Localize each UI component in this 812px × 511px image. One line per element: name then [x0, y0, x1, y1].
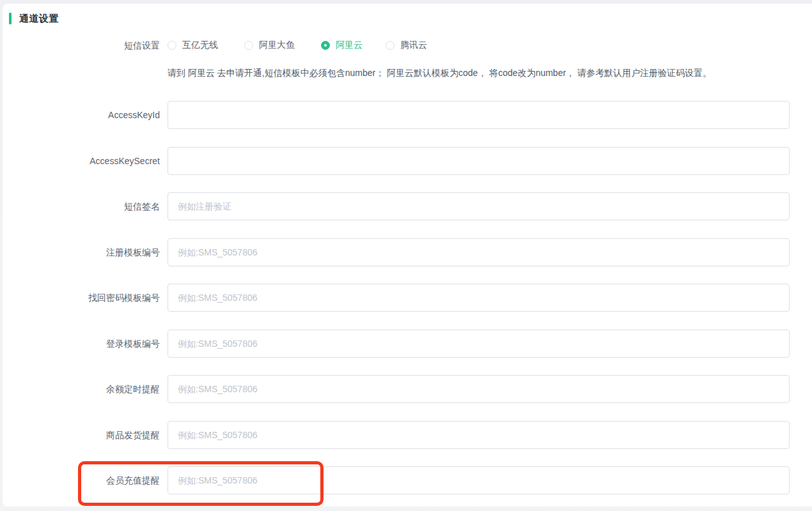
radio-tencent-cloud[interactable]: 腾讯云: [386, 40, 427, 51]
field-row-accesskeysecret: AccessKeySecret: [3, 147, 812, 175]
field-row-sms-signature: 短信签名: [3, 192, 812, 220]
login-template-input[interactable]: [168, 330, 790, 358]
field-row-member-recharge-reminder: 会员充值提醒: [3, 466, 812, 494]
register-template-input[interactable]: [168, 238, 790, 266]
radio-ali-dayu[interactable]: 阿里大鱼: [244, 40, 295, 51]
field-row-login-template: 登录模板编号: [3, 330, 812, 358]
sms-provider-label: 短信设置: [3, 31, 160, 59]
field-row-balance-reminder: 余额定时提醒: [3, 375, 812, 403]
radio-aliyun[interactable]: 阿里云: [321, 40, 363, 51]
accesskeyid-input[interactable]: [168, 101, 790, 129]
field-row-accesskeyid: AccessKeyId: [3, 101, 812, 129]
radio-huyi-wuxian[interactable]: 互亿无线: [168, 40, 218, 51]
sms-provider-radio-group: 互亿无线 阿里大鱼 阿里云 腾讯云: [168, 31, 427, 59]
radio-circle-icon[interactable]: [386, 41, 394, 50]
settings-card: 通道设置 短信设置 互亿无线 阿里大鱼 阿里云 腾讯云 请到 阿里云 去申请开通…: [3, 4, 812, 507]
field-row-register-template: 注册模板编号: [3, 238, 812, 266]
radio-circle-icon[interactable]: [244, 41, 253, 50]
field-row-shipping-reminder: 商品发货提醒: [3, 421, 812, 449]
balance-reminder-input[interactable]: [168, 375, 790, 403]
radio-circle-icon[interactable]: [168, 41, 176, 50]
page-title: 通道设置: [19, 13, 59, 25]
password-recovery-template-input[interactable]: [168, 284, 790, 312]
shipping-reminder-input[interactable]: [168, 421, 790, 449]
accesskeysecret-input[interactable]: [168, 147, 790, 175]
sms-signature-input[interactable]: [168, 192, 790, 220]
provider-help-text: 请到 阿里云 去申请开通,短信模板中必须包含number； 阿里云默认模板为co…: [168, 66, 800, 80]
section-accent-bar: [9, 13, 12, 24]
radio-selected-icon[interactable]: [321, 41, 330, 50]
section-header: 通道设置: [9, 12, 59, 25]
field-row-password-recovery-template: 找回密码模板编号: [3, 284, 812, 312]
sms-provider-row: 短信设置 互亿无线 阿里大鱼 阿里云 腾讯云: [3, 31, 812, 59]
member-recharge-reminder-input[interactable]: [168, 466, 790, 494]
